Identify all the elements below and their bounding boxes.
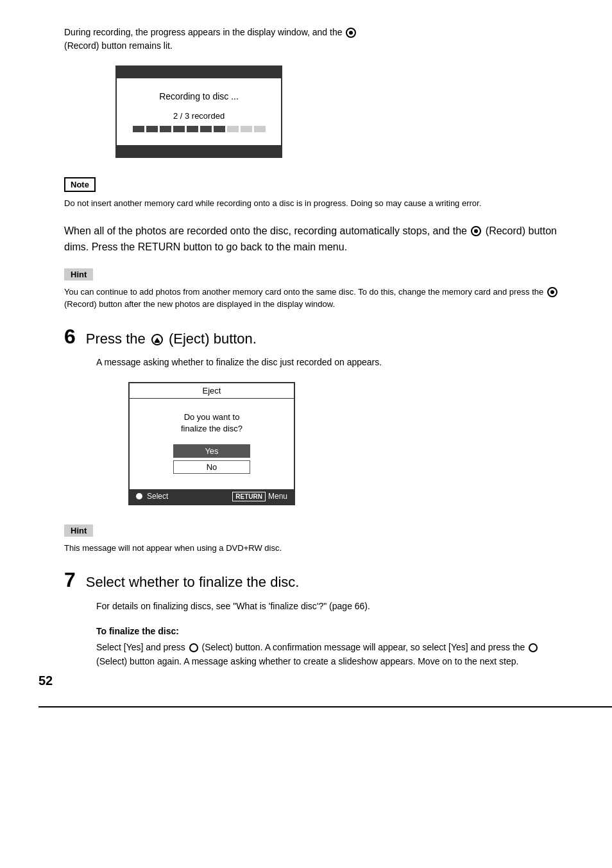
progress-bar xyxy=(123,126,275,132)
page-number: 52 xyxy=(38,673,53,688)
eject-title: Eject xyxy=(130,383,294,399)
display-top-bar xyxy=(117,67,281,78)
step7-section: 7 Select whether to finalize the disc. F… xyxy=(64,569,561,668)
eject-dialog: Eject Do you want tofinalize the disc? Y… xyxy=(128,382,295,505)
step6-title-text: Press the xyxy=(86,331,146,347)
hint1-text2: (Record) button after the new photos are… xyxy=(64,299,335,309)
eject-option-yes[interactable]: Yes xyxy=(173,444,250,458)
eject-question: Do you want tofinalize the disc? xyxy=(136,412,287,435)
large-paragraph: When all of the photos are recorded onto… xyxy=(64,223,561,256)
intro-text-2: (Record) button remains lit. xyxy=(64,40,173,51)
seg-6 xyxy=(200,126,212,132)
select-icon-2 xyxy=(529,643,538,652)
display-window: Recording to disc ... 2 / 3 recorded xyxy=(115,65,282,158)
page-divider xyxy=(38,706,612,707)
seg-4 xyxy=(173,126,185,132)
step7-sub-text1: Select [Yes] and press xyxy=(96,642,185,652)
return-badge: RETURN xyxy=(232,492,266,501)
intro-paragraph: During recording, the progress appears i… xyxy=(64,26,561,53)
note-text: Do not insert another memory card while … xyxy=(64,197,561,210)
step7-sub-heading: To finalize the disc: xyxy=(64,626,561,636)
record-icon-large xyxy=(471,226,481,236)
step7-description: For details on finalizing discs, see "Wh… xyxy=(64,600,561,613)
eject-option-no[interactable]: No xyxy=(173,460,250,474)
step7-title: Select whether to finalize the disc. xyxy=(86,573,300,592)
footer-menu-label: Menu xyxy=(268,492,287,501)
hint1-text1: You can continue to add photos from anot… xyxy=(64,287,543,297)
footer-select-label: Select xyxy=(147,492,168,501)
intro-text-1: During recording, the progress appears i… xyxy=(64,27,342,37)
seg-2 xyxy=(146,126,158,132)
step7-sub-text: Select [Yes] and press (Select) button. … xyxy=(64,640,561,669)
step7-number: 7 xyxy=(64,569,76,590)
step6-title: Press the (Eject) button. xyxy=(86,330,257,349)
seg-10 xyxy=(254,126,266,132)
note-label: Note xyxy=(64,177,96,192)
seg-8 xyxy=(227,126,239,132)
step6-heading: 6 Press the (Eject) button. xyxy=(64,326,561,349)
step6-number: 6 xyxy=(64,326,76,347)
eject-footer: Select RETURN Menu xyxy=(130,489,294,504)
footer-menu: RETURN Menu xyxy=(232,492,287,501)
step7-sub-text3: (Select) button again. A message asking … xyxy=(96,656,518,666)
hint1-text: You can continue to add photos from anot… xyxy=(64,286,561,311)
footer-select: Select xyxy=(136,492,168,501)
seg-9 xyxy=(241,126,252,132)
eject-content: Do you want tofinalize the disc? Yes No xyxy=(130,399,294,482)
recording-text: Recording to disc ... xyxy=(123,91,275,101)
select-icon-1 xyxy=(189,643,198,652)
record-icon-hint xyxy=(547,287,557,297)
large-para-text1: When all of the photos are recorded onto… xyxy=(64,225,467,236)
seg-7 xyxy=(214,126,225,132)
seg-3 xyxy=(160,126,171,132)
seg-1 xyxy=(133,126,144,132)
display-content: Recording to disc ... 2 / 3 recorded xyxy=(117,78,281,145)
step7-sub-text2: (Select) button. A confirmation message … xyxy=(202,642,525,652)
hint2-label: Hint xyxy=(64,525,93,537)
display-bottom-bar xyxy=(117,145,281,157)
recorded-text: 2 / 3 recorded xyxy=(123,111,275,121)
step7-heading: 7 Select whether to finalize the disc. xyxy=(64,569,561,592)
hint1-label: Hint xyxy=(64,268,93,281)
hint2-text: This message will not appear when using … xyxy=(64,542,561,555)
record-icon-intro xyxy=(346,28,356,38)
step6-description: A message asking whether to finalize the… xyxy=(64,356,561,369)
seg-5 xyxy=(187,126,198,132)
step6-title2-text: (Eject) button. xyxy=(169,331,257,347)
